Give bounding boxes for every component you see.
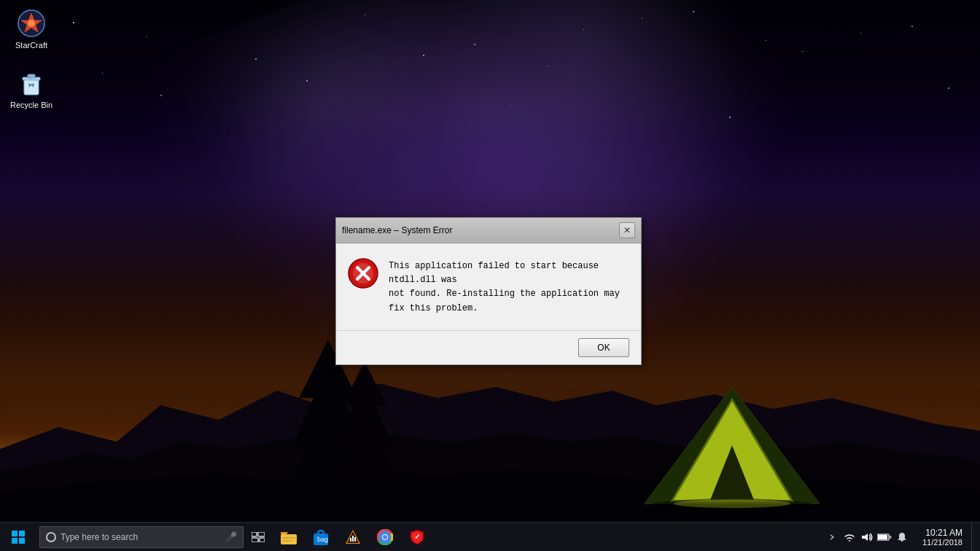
svg-rect-4 [317, 500, 339, 522]
desktop-icon-starcraft[interactable]: StarCraft [6, 6, 57, 53]
search-placeholder-text: Type here to search [61, 532, 138, 542]
svg-rect-17 [28, 74, 35, 78]
svg-rect-30 [281, 534, 297, 544]
svg-rect-33 [282, 540, 292, 542]
dialog-body: This application failed to start because… [336, 243, 641, 330]
svg-point-14 [28, 20, 35, 27]
tray-network-icon[interactable] [841, 523, 858, 552]
tray-battery-icon[interactable] [876, 523, 892, 552]
svg-marker-45 [862, 534, 868, 541]
taskbar-app-store[interactable]: bag [305, 523, 337, 552]
show-desktop-button[interactable] [971, 523, 977, 552]
svg-point-11 [674, 499, 790, 508]
svg-point-43 [383, 535, 387, 539]
svg-rect-24 [12, 538, 18, 544]
svg-rect-32 [282, 537, 295, 539]
tray-chevron[interactable] [824, 523, 840, 552]
svg-rect-25 [19, 538, 25, 544]
error-dialog: filename.exe – System Error ✕ This appli… [335, 217, 642, 365]
starcraft-label: StarCraft [15, 41, 47, 50]
svg-rect-47 [890, 536, 892, 539]
dialog-footer: OK [336, 330, 641, 364]
system-clock[interactable]: 10:21 AM 11/21/2018 [911, 523, 970, 552]
microphone-icon: 🎤 [225, 531, 237, 542]
taskbar-app-vlc[interactable] [337, 523, 369, 552]
tray-volume-icon[interactable] [859, 523, 875, 552]
clock-date: 11/21/2018 [922, 538, 962, 547]
desktop-icon-recycle-bin[interactable]: Recycle Bin [6, 66, 57, 113]
svg-rect-27 [258, 532, 265, 536]
error-icon [348, 258, 378, 289]
svg-text:✓: ✓ [414, 533, 420, 541]
taskbar-app-security[interactable]: ✓ [401, 523, 433, 552]
recycle-bin-icon [17, 69, 46, 98]
tray-notification-icon[interactable] [894, 523, 910, 552]
ok-button[interactable]: OK [578, 338, 629, 357]
svg-rect-26 [252, 532, 257, 536]
error-message-text: This application failed to start because… [389, 258, 629, 316]
svg-marker-31 [281, 532, 288, 534]
trees-silhouette [255, 340, 401, 522]
svg-rect-15 [24, 79, 39, 95]
svg-text:bag: bag [317, 536, 328, 543]
dialog-close-button[interactable]: ✕ [619, 222, 635, 238]
svg-rect-48 [878, 535, 887, 539]
dialog-titlebar: filename.exe – System Error ✕ [336, 218, 641, 243]
taskbar-app-chrome[interactable] [369, 523, 401, 552]
svg-rect-22 [12, 531, 18, 536]
svg-rect-40 [354, 537, 356, 542]
svg-rect-23 [19, 531, 25, 536]
svg-rect-28 [252, 538, 258, 542]
system-tray: 10:21 AM 11/21/2018 [824, 523, 980, 552]
starcraft-icon [17, 9, 46, 38]
tent [630, 372, 834, 518]
search-icon [46, 532, 56, 542]
taskbar-search[interactable]: Type here to search 🎤 [39, 526, 244, 548]
svg-rect-39 [352, 536, 354, 542]
svg-rect-38 [350, 538, 351, 542]
svg-rect-29 [260, 538, 265, 542]
task-view-button[interactable] [244, 523, 273, 552]
recycle-bin-label: Recycle Bin [10, 101, 52, 110]
taskbar-app-file-explorer[interactable] [273, 523, 305, 552]
dialog-title: filename.exe – System Error [342, 225, 452, 235]
start-button[interactable] [0, 523, 36, 552]
taskbar: Type here to search 🎤 bag [0, 522, 980, 551]
clock-time: 10:21 AM [925, 528, 962, 538]
